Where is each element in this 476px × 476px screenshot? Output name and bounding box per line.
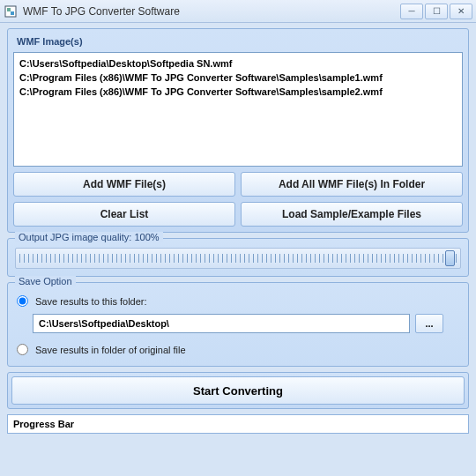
save-original-radio[interactable]: Save results in folder of original file: [15, 340, 461, 359]
output-folder-input[interactable]: [33, 314, 410, 333]
load-sample-button[interactable]: Load Sample/Example Files: [241, 202, 463, 227]
progress-bar: Progress Bar: [7, 414, 469, 434]
radio-folder-label: Save results to this folder:: [35, 296, 147, 307]
save-to-folder-radio[interactable]: Save results to this folder:: [15, 292, 461, 310]
clear-list-button[interactable]: Clear List: [13, 202, 235, 227]
radio-folder[interactable]: [17, 295, 28, 307]
content-area: WMF Image(s) C:\Users\Softpedia\Desktop\…: [0, 23, 476, 439]
start-panel: Start Converting: [7, 372, 469, 409]
quality-slider[interactable]: [15, 248, 461, 269]
window-controls: ─ ☐ ✕: [400, 4, 472, 19]
quality-label: Output JPG image quality: 100%: [15, 232, 163, 242]
list-item[interactable]: C:\Program Files (x86)\WMF To JPG Conver…: [19, 71, 457, 85]
list-item[interactable]: C:\Program Files (x86)\WMF To JPG Conver…: [19, 85, 457, 99]
app-icon: [4, 4, 18, 19]
close-button[interactable]: ✕: [450, 4, 472, 19]
radio-original-label: Save results in folder of original file: [35, 345, 186, 355]
window-title: WMF To JPG Converter Software: [23, 5, 400, 18]
progress-label: Progress Bar: [13, 419, 74, 429]
save-option-group: Save Option Save results to this folder:…: [7, 282, 469, 367]
minimize-button[interactable]: ─: [400, 4, 423, 19]
slider-thumb[interactable]: [445, 250, 455, 266]
file-list[interactable]: C:\Users\Softpedia\Desktop\Softpedia SN.…: [13, 52, 463, 167]
maximize-button[interactable]: ☐: [425, 4, 448, 19]
browse-button[interactable]: ...: [415, 314, 443, 333]
quality-group: Output JPG image quality: 100%: [7, 238, 469, 277]
save-legend: Save Option: [15, 276, 76, 286]
file-list-panel: WMF Image(s) C:\Users\Softpedia\Desktop\…: [7, 28, 469, 233]
start-converting-button[interactable]: Start Converting: [11, 376, 465, 405]
titlebar: WMF To JPG Converter Software ─ ☐ ✕: [0, 0, 476, 23]
radio-original[interactable]: [17, 344, 28, 355]
svg-rect-1: [7, 8, 11, 11]
svg-rect-2: [11, 11, 14, 15]
add-folder-button[interactable]: Add All WMF File(s) In Folder: [241, 172, 463, 197]
add-files-button[interactable]: Add WMF File(s): [13, 172, 235, 197]
file-list-header: WMF Image(s): [13, 34, 463, 48]
list-item[interactable]: C:\Users\Softpedia\Desktop\Softpedia SN.…: [19, 56, 457, 71]
